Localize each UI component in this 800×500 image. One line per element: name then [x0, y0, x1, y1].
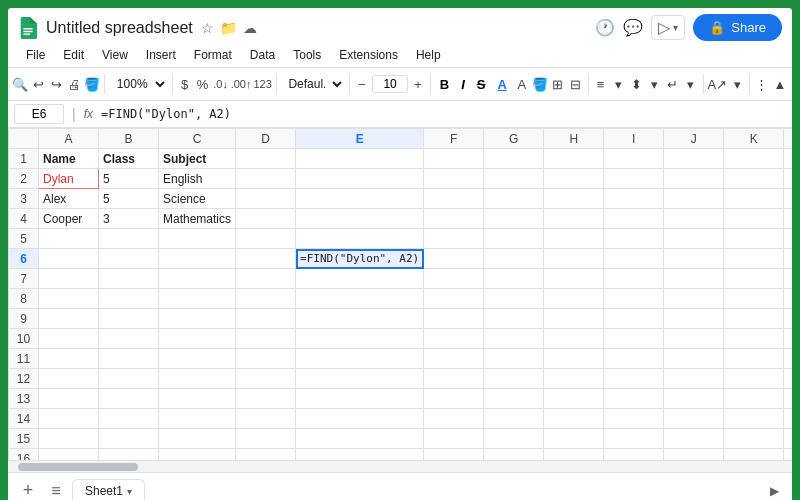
cell-I12[interactable]: [604, 369, 664, 389]
cell-G5[interactable]: [484, 229, 544, 249]
menu-view[interactable]: View: [94, 45, 136, 65]
cell-I10[interactable]: [604, 329, 664, 349]
cell-L8[interactable]: [784, 289, 792, 309]
cell-A8[interactable]: [39, 289, 99, 309]
cell-G10[interactable]: [484, 329, 544, 349]
undo-btn[interactable]: ↩: [30, 71, 46, 97]
cell-I3[interactable]: [604, 189, 664, 209]
cell-F5[interactable]: [424, 229, 484, 249]
cell-A15[interactable]: [39, 429, 99, 449]
row-header-8[interactable]: 8: [9, 289, 39, 309]
cell-C13[interactable]: [159, 389, 236, 409]
menu-edit[interactable]: Edit: [55, 45, 92, 65]
cell-I8[interactable]: [604, 289, 664, 309]
cell-C9[interactable]: [159, 309, 236, 329]
share-button[interactable]: 🔒 Share: [693, 14, 782, 41]
cell-J13[interactable]: [664, 389, 724, 409]
row-header-13[interactable]: 13: [9, 389, 39, 409]
sheet-tab-dropdown-icon[interactable]: ▾: [127, 486, 132, 497]
cell-H10[interactable]: [544, 329, 604, 349]
cell-D12[interactable]: [236, 369, 296, 389]
cell-D10[interactable]: [236, 329, 296, 349]
cell-D2[interactable]: [236, 169, 296, 189]
cell-J10[interactable]: [664, 329, 724, 349]
cell-K1[interactable]: [724, 149, 784, 169]
cell-J5[interactable]: [664, 229, 724, 249]
cell-J12[interactable]: [664, 369, 724, 389]
cell-D13[interactable]: [236, 389, 296, 409]
cell-L6[interactable]: [784, 249, 792, 269]
cell-K8[interactable]: [724, 289, 784, 309]
cell-G13[interactable]: [484, 389, 544, 409]
tab-nav-right[interactable]: ▶: [764, 481, 784, 501]
cell-A16[interactable]: [39, 449, 99, 461]
cell-K16[interactable]: [724, 449, 784, 461]
cell-A11[interactable]: [39, 349, 99, 369]
col-header-h[interactable]: H: [544, 129, 604, 149]
text-rotate-btn[interactable]: A↗: [708, 71, 728, 97]
cell-F12[interactable]: [424, 369, 484, 389]
cell-H4[interactable]: [544, 209, 604, 229]
cell-D7[interactable]: [236, 269, 296, 289]
cell-K3[interactable]: [724, 189, 784, 209]
cell-G16[interactable]: [484, 449, 544, 461]
cell-J3[interactable]: [664, 189, 724, 209]
row-header-5[interactable]: 5: [9, 229, 39, 249]
cell-E13[interactable]: [296, 389, 424, 409]
cell-A12[interactable]: [39, 369, 99, 389]
zoom-selector[interactable]: 100% 75% 50% 150%: [109, 74, 168, 94]
cell-F4[interactable]: [424, 209, 484, 229]
cell-A9[interactable]: [39, 309, 99, 329]
cell-L5[interactable]: [784, 229, 792, 249]
cell-B15[interactable]: [99, 429, 159, 449]
cell-A14[interactable]: [39, 409, 99, 429]
cell-D11[interactable]: [236, 349, 296, 369]
fill-color-btn[interactable]: 🪣: [532, 71, 548, 97]
cell-C14[interactable]: [159, 409, 236, 429]
cell-J15[interactable]: [664, 429, 724, 449]
cell-B9[interactable]: [99, 309, 159, 329]
row-header-3[interactable]: 3: [9, 189, 39, 209]
cell-F2[interactable]: [424, 169, 484, 189]
menu-file[interactable]: File: [18, 45, 53, 65]
cell-B4[interactable]: 3: [99, 209, 159, 229]
cell-I15[interactable]: [604, 429, 664, 449]
cell-G12[interactable]: [484, 369, 544, 389]
col-header-c[interactable]: C: [159, 129, 236, 149]
cell-B2[interactable]: 5: [99, 169, 159, 189]
collapse-toolbar-btn[interactable]: ▲: [772, 71, 788, 97]
cell-J16[interactable]: [664, 449, 724, 461]
cell-B11[interactable]: [99, 349, 159, 369]
wrap-dropdown-btn[interactable]: ▾: [683, 71, 699, 97]
row-header-9[interactable]: 9: [9, 309, 39, 329]
cell-H7[interactable]: [544, 269, 604, 289]
cell-F9[interactable]: [424, 309, 484, 329]
cell-H12[interactable]: [544, 369, 604, 389]
comment-icon[interactable]: 💬: [623, 18, 643, 37]
cell-C8[interactable]: [159, 289, 236, 309]
cell-E1[interactable]: [296, 149, 424, 169]
cell-A1[interactable]: Name: [39, 149, 99, 169]
cell-C2[interactable]: English: [159, 169, 236, 189]
col-header-j[interactable]: J: [664, 129, 724, 149]
cell-C12[interactable]: [159, 369, 236, 389]
valign-dropdown-btn[interactable]: ▾: [647, 71, 663, 97]
cell-F16[interactable]: [424, 449, 484, 461]
star-icon[interactable]: ☆: [201, 20, 214, 36]
cell-J9[interactable]: [664, 309, 724, 329]
cell-F3[interactable]: [424, 189, 484, 209]
col-header-a[interactable]: A: [39, 129, 99, 149]
cell-I13[interactable]: [604, 389, 664, 409]
cell-F10[interactable]: [424, 329, 484, 349]
strikethrough-btn[interactable]: S: [472, 75, 491, 94]
cell-A4[interactable]: Cooper: [39, 209, 99, 229]
cell-J11[interactable]: [664, 349, 724, 369]
col-header-i[interactable]: I: [604, 129, 664, 149]
cell-E7[interactable]: [296, 269, 424, 289]
cell-H1[interactable]: [544, 149, 604, 169]
cell-C1[interactable]: Subject: [159, 149, 236, 169]
cell-A6[interactable]: [39, 249, 99, 269]
folder-icon[interactable]: 📁: [220, 20, 237, 36]
underline-btn[interactable]: A: [492, 75, 511, 94]
number-format-btn[interactable]: 123: [253, 71, 271, 97]
